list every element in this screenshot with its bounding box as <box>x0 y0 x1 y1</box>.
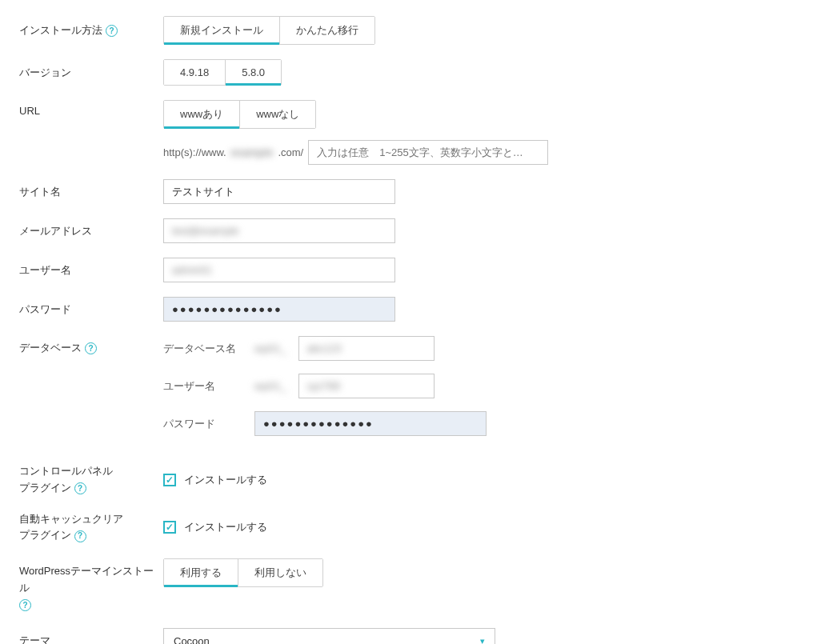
site-name-value <box>163 179 810 204</box>
label-text: ユーザー名 <box>19 263 71 278</box>
label-text-line1: 自動キャッシュクリア <box>19 513 123 525</box>
url-path-input[interactable] <box>308 140 548 165</box>
auto-cache-checkbox-label: インストールする <box>184 520 267 534</box>
label-text: バージョン <box>19 66 71 80</box>
username-input[interactable]: admin01 <box>163 258 395 282</box>
help-icon[interactable]: ? <box>74 482 86 494</box>
label-text: テーマ <box>19 634 50 644</box>
theme-label: テーマ <box>19 634 163 644</box>
install-method-label: インストール方法 ? <box>19 23 163 38</box>
cp-plugin-value: ✓ インストールする <box>163 473 810 487</box>
db-name-input[interactable]: abc123 <box>298 336 435 361</box>
help-icon[interactable]: ? <box>85 342 97 354</box>
label-text-line1: コントロールパネル <box>19 465 113 477</box>
password-label: パスワード <box>19 302 163 317</box>
label-text: サイト名 <box>19 185 61 199</box>
url-value: wwwあり wwwなし http(s)://www.example.com/ <box>163 100 810 165</box>
db-user-prefix: wp01_ <box>254 380 287 392</box>
version-label: バージョン <box>19 66 163 80</box>
tab-version-580[interactable]: 5.8.0 <box>226 60 281 85</box>
db-name-label: データベース名 <box>163 342 243 356</box>
label-text-line2: プラグイン <box>19 482 71 494</box>
theme-selected-text: Cocoon <box>174 635 210 644</box>
tab-theme-not-use[interactable]: 利用しない <box>238 559 322 586</box>
db-pass-row: パスワード ●●●●●●●●●●●●●● <box>163 411 810 436</box>
url-input-row: http(s)://www.example.com/ <box>163 140 810 165</box>
cp-plugin-label: コントロールパネル プラグイン ? <box>19 463 163 497</box>
help-icon[interactable]: ? <box>74 530 86 542</box>
email-input[interactable]: test@example <box>163 218 395 243</box>
tab-theme-use[interactable]: 利用する <box>164 559 238 586</box>
cp-plugin-checkbox-label: インストールする <box>184 473 267 487</box>
username-label: ユーザー名 <box>19 263 163 278</box>
help-icon[interactable]: ? <box>19 599 31 611</box>
wp-theme-install-label: WordPressテーマインストール ? <box>19 558 163 613</box>
cp-plugin-checkbox[interactable]: ✓ <box>163 474 176 486</box>
email-label: メールアドレス <box>19 224 163 238</box>
label-text: URL <box>19 105 40 117</box>
theme-select[interactable]: Cocoon ▾ <box>163 628 495 644</box>
db-pass-input[interactable]: ●●●●●●●●●●●●●● <box>254 411 487 436</box>
help-icon[interactable]: ? <box>106 25 118 37</box>
database-value: データベース名 wp01_ abc123 ユーザー名 wp01_ xyz789 … <box>163 336 810 449</box>
tab-www-no[interactable]: wwwなし <box>240 101 315 128</box>
tab-easy-migrate[interactable]: かんたん移行 <box>280 17 374 44</box>
auto-cache-checkbox-row: ✓ インストールする <box>163 520 810 534</box>
label-text: メールアドレス <box>19 224 92 238</box>
site-name-label: サイト名 <box>19 185 163 199</box>
label-text: データベース <box>19 341 82 355</box>
auto-cache-value: ✓ インストールする <box>163 520 810 534</box>
cp-plugin-checkbox-row: ✓ インストールする <box>163 473 810 487</box>
username-blurred: admin01 <box>172 264 212 276</box>
db-user-input[interactable]: xyz789 <box>298 374 435 398</box>
db-user-blurred: xyz789 <box>307 380 340 392</box>
chevron-down-icon: ▾ <box>480 636 485 644</box>
db-pass-label: パスワード <box>163 417 243 431</box>
url-suffix: .com/ <box>278 146 303 158</box>
url-label: URL <box>19 100 163 117</box>
www-tabs: wwwあり wwwなし <box>163 100 316 129</box>
label-text: パスワード <box>19 302 71 317</box>
label-text-line2: プラグイン <box>19 529 71 541</box>
theme-use-tabs: 利用する 利用しない <box>163 558 323 587</box>
url-domain: example <box>231 146 274 158</box>
password-value: ●●●●●●●●●●●●●● <box>163 297 810 322</box>
password-input[interactable]: ●●●●●●●●●●●●●● <box>163 297 395 322</box>
tab-version-4918[interactable]: 4.9.18 <box>164 60 225 85</box>
email-blurred: test@example <box>172 225 238 237</box>
auto-cache-checkbox[interactable]: ✓ <box>163 521 176 534</box>
label-text: WordPressテーマインストール <box>19 565 154 594</box>
auto-cache-label: 自動キャッシュクリア プラグイン ? <box>19 511 163 545</box>
tab-www-yes[interactable]: wwwあり <box>164 101 239 128</box>
db-name-row: データベース名 wp01_ abc123 <box>163 336 810 361</box>
db-name-prefix: wp01_ <box>254 342 287 354</box>
install-method-value: 新規インストール かんたん移行 <box>163 16 810 45</box>
wp-theme-install-value: 利用する 利用しない <box>163 558 810 587</box>
version-value: 4.9.18 5.8.0 <box>163 59 810 86</box>
theme-value: Cocoon ▾ <box>163 628 810 644</box>
install-method-tabs: 新規インストール かんたん移行 <box>163 16 375 45</box>
db-user-label: ユーザー名 <box>163 379 243 394</box>
url-prefix: http(s)://www. <box>163 146 226 158</box>
label-text: インストール方法 <box>19 23 102 38</box>
site-name-input[interactable] <box>163 179 395 204</box>
db-name-blurred: abc123 <box>307 342 342 354</box>
username-value: admin01 <box>163 258 810 282</box>
email-value: test@example <box>163 218 810 243</box>
version-tabs: 4.9.18 5.8.0 <box>163 59 282 86</box>
tab-new-install[interactable]: 新規インストール <box>164 17 279 44</box>
database-label: データベース ? <box>19 336 163 355</box>
db-user-row: ユーザー名 wp01_ xyz789 <box>163 374 810 398</box>
